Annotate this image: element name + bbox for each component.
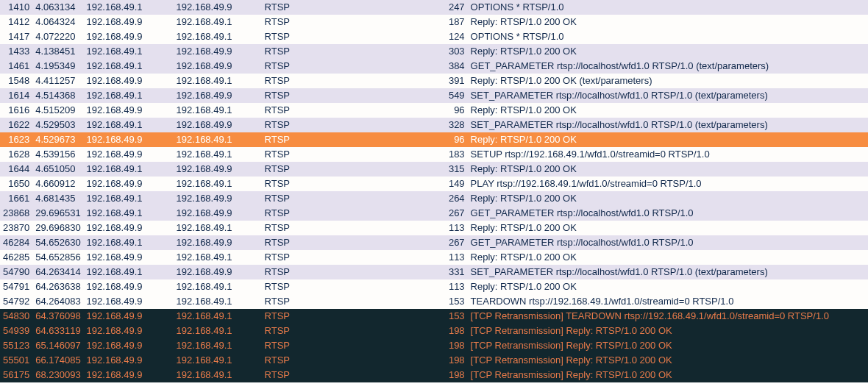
packet-no: 1614 [0, 88, 32, 103]
packet-time: 54.652856 [32, 250, 83, 265]
packet-row[interactable]: 16234.529673192.168.49.9192.168.49.1RTSP… [0, 132, 868, 147]
packet-no: 1412 [0, 15, 32, 29]
packet-row[interactable]: 15484.411257192.168.49.9192.168.49.1RTSP… [0, 74, 868, 88]
packet-length: 267 [424, 235, 468, 250]
packet-info: [TCP Retransmission] TEARDOWN rtsp://192… [468, 309, 868, 324]
packet-row[interactable]: 14174.072220192.168.49.9192.168.49.1RTSP… [0, 29, 868, 44]
packet-list-table[interactable]: 14104.063134192.168.49.1192.168.49.9RTSP… [0, 0, 868, 382]
packet-row[interactable]: 5479064.263414192.168.49.1192.168.49.9RT… [0, 265, 868, 279]
packet-info: GET_PARAMETER rtsp://localhost/wfd1.0 RT… [468, 59, 868, 74]
packet-protocol: RTSP [262, 265, 424, 279]
packet-destination: 192.168.49.1 [174, 279, 262, 294]
packet-row[interactable]: 14614.195349192.168.49.1192.168.49.9RTSP… [0, 59, 868, 74]
packet-source: 192.168.49.9 [84, 250, 174, 265]
packet-row[interactable]: 16504.660912192.168.49.9192.168.49.1RTSP… [0, 177, 868, 191]
packet-info: OPTIONS * RTSP/1.0 [468, 29, 868, 44]
packet-protocol: RTSP [262, 309, 424, 324]
packet-length: 149 [424, 177, 468, 191]
packet-no: 23870 [0, 221, 32, 235]
packet-info: Reply: RTSP/1.0 200 OK [468, 15, 868, 29]
packet-destination: 192.168.49.1 [174, 324, 262, 338]
packet-time: 4.514368 [32, 88, 83, 103]
packet-row[interactable]: 5493964.633119192.168.49.9192.168.49.1RT… [0, 324, 868, 338]
packet-length: 153 [424, 294, 468, 309]
packet-time: 65.146097 [32, 338, 83, 353]
packet-destination: 192.168.49.9 [174, 88, 262, 103]
packet-no: 1628 [0, 147, 32, 162]
packet-info: SET_PARAMETER rtsp://localhost/wfd1.0 RT… [468, 88, 868, 103]
packet-protocol: RTSP [262, 147, 424, 162]
packet-source: 192.168.49.9 [84, 103, 174, 118]
packet-row[interactable]: 16224.529503192.168.49.1192.168.49.9RTSP… [0, 118, 868, 132]
packet-time: 4.138451 [32, 44, 83, 59]
packet-no: 54792 [0, 294, 32, 309]
packet-protocol: RTSP [262, 44, 424, 59]
packet-length: 198 [424, 324, 468, 338]
packet-protocol: RTSP [262, 221, 424, 235]
packet-length: 328 [424, 118, 468, 132]
packet-row[interactable]: 16144.514368192.168.49.1192.168.49.9RTSP… [0, 88, 868, 103]
packet-destination: 192.168.49.1 [174, 177, 262, 191]
packet-row[interactable]: 5512365.146097192.168.49.9192.168.49.1RT… [0, 338, 868, 353]
packet-row[interactable]: 16284.539156192.168.49.9192.168.49.1RTSP… [0, 147, 868, 162]
packet-time: 4.529673 [32, 132, 83, 147]
packet-row[interactable]: 16614.681435192.168.49.1192.168.49.9RTSP… [0, 191, 868, 206]
packet-info: Reply: RTSP/1.0 200 OK [468, 221, 868, 235]
packet-destination: 192.168.49.1 [174, 368, 262, 382]
packet-source: 192.168.49.9 [84, 15, 174, 29]
packet-row[interactable]: 14334.138451192.168.49.1192.168.49.9RTSP… [0, 44, 868, 59]
packet-row[interactable]: 2386829.696531192.168.49.1192.168.49.9RT… [0, 206, 868, 221]
packet-time: 64.263638 [32, 279, 83, 294]
packet-info: TEARDOWN rtsp://192.168.49.1/wfd1.0/stre… [468, 294, 868, 309]
packet-no: 56175 [0, 368, 32, 382]
packet-destination: 192.168.49.1 [174, 294, 262, 309]
packet-length: 315 [424, 162, 468, 177]
packet-info: [TCP Retransmission] Reply: RTSP/1.0 200… [468, 338, 868, 353]
packet-source: 192.168.49.1 [84, 59, 174, 74]
packet-no: 1650 [0, 177, 32, 191]
packet-time: 29.696531 [32, 206, 83, 221]
packet-info: SET_PARAMETER rtsp://localhost/wfd1.0 RT… [468, 118, 868, 132]
packet-row[interactable]: 16164.515209192.168.49.9192.168.49.1RTSP… [0, 103, 868, 118]
packet-length: 391 [424, 74, 468, 88]
packet-no: 1433 [0, 44, 32, 59]
packet-row[interactable]: 5479264.264083192.168.49.9192.168.49.1RT… [0, 294, 868, 309]
packet-protocol: RTSP [262, 206, 424, 221]
packet-protocol: RTSP [262, 338, 424, 353]
packet-destination: 192.168.49.1 [174, 103, 262, 118]
packet-info: GET_PARAMETER rtsp://localhost/wfd1.0 RT… [468, 235, 868, 250]
packet-row[interactable]: 4628454.652630192.168.49.1192.168.49.9RT… [0, 235, 868, 250]
packet-length: 113 [424, 250, 468, 265]
packet-row[interactable]: 4628554.652856192.168.49.9192.168.49.1RT… [0, 250, 868, 265]
packet-destination: 192.168.49.9 [174, 0, 262, 15]
packet-destination: 192.168.49.9 [174, 59, 262, 74]
packet-row[interactable]: 5479164.263638192.168.49.9192.168.49.1RT… [0, 279, 868, 294]
packet-destination: 192.168.49.9 [174, 162, 262, 177]
packet-row[interactable]: 5483064.376098192.168.49.9192.168.49.1RT… [0, 309, 868, 324]
packet-length: 549 [424, 88, 468, 103]
packet-no: 1616 [0, 103, 32, 118]
packet-row[interactable]: 14124.064324192.168.49.9192.168.49.1RTSP… [0, 15, 868, 29]
packet-time: 64.633119 [32, 324, 83, 338]
packet-source: 192.168.49.9 [84, 177, 174, 191]
packet-row[interactable]: 16444.651050192.168.49.1192.168.49.9RTSP… [0, 162, 868, 177]
packet-row[interactable]: 14104.063134192.168.49.1192.168.49.9RTSP… [0, 0, 868, 15]
packet-time: 64.376098 [32, 309, 83, 324]
packet-time: 66.174085 [32, 353, 83, 368]
packet-length: 264 [424, 191, 468, 206]
packet-destination: 192.168.49.1 [174, 132, 262, 147]
packet-row[interactable]: 2387029.696830192.168.49.9192.168.49.1RT… [0, 221, 868, 235]
packet-destination: 192.168.49.1 [174, 147, 262, 162]
packet-protocol: RTSP [262, 294, 424, 309]
packet-row[interactable]: 5617568.230093192.168.49.9192.168.49.1RT… [0, 368, 868, 382]
packet-info: Reply: RTSP/1.0 200 OK [468, 162, 868, 177]
packet-row[interactable]: 5550166.174085192.168.49.9192.168.49.1RT… [0, 353, 868, 368]
packet-time: 4.681435 [32, 191, 83, 206]
packet-time: 64.263414 [32, 265, 83, 279]
packet-protocol: RTSP [262, 88, 424, 103]
packet-protocol: RTSP [262, 250, 424, 265]
packet-protocol: RTSP [262, 177, 424, 191]
packet-info: Reply: RTSP/1.0 200 OK [468, 44, 868, 59]
packet-protocol: RTSP [262, 279, 424, 294]
packet-time: 4.529503 [32, 118, 83, 132]
